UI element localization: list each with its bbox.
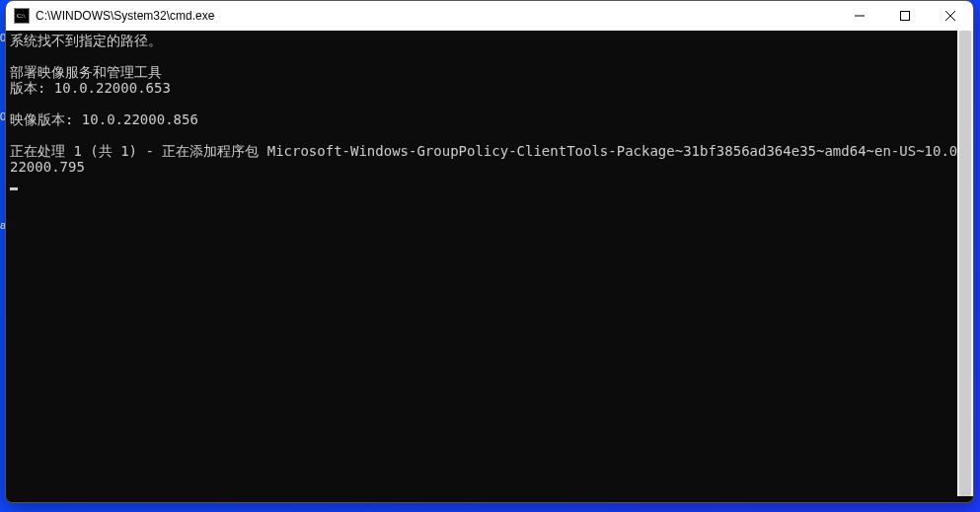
svg-rect-3 <box>901 12 910 21</box>
cmd-icon: C:\ <box>14 8 30 24</box>
cmd-window: C:\ C:\WINDOWS\System32\cmd.exe 系统找不到指定的… <box>5 0 974 503</box>
console-output[interactable]: 系统找不到指定的路径。 部署映像服务和管理工具 版本: 10.0.22000.6… <box>6 31 973 502</box>
window-title: C:\WINDOWS\System32\cmd.exe <box>36 9 214 23</box>
svg-text:C:\: C:\ <box>17 12 26 20</box>
close-button[interactable] <box>928 1 973 31</box>
titlebar[interactable]: C:\ C:\WINDOWS\System32\cmd.exe <box>6 1 973 31</box>
minimize-button[interactable] <box>837 1 882 31</box>
console-line: 正在处理 1 (共 1) - 正在添加程序包 Microsoft-Windows… <box>10 143 966 175</box>
cursor <box>10 187 18 190</box>
console-line: 部署映像服务和管理工具 <box>10 64 162 80</box>
console-line: 版本: 10.0.22000.653 <box>10 80 171 96</box>
vertical-scrollbar[interactable] <box>957 31 973 496</box>
maximize-button[interactable] <box>882 1 928 31</box>
console-line: 系统找不到指定的路径。 <box>10 33 162 48</box>
scrollbar-thumb[interactable] <box>959 31 971 496</box>
console-line: 映像版本: 10.0.22000.856 <box>10 111 198 127</box>
